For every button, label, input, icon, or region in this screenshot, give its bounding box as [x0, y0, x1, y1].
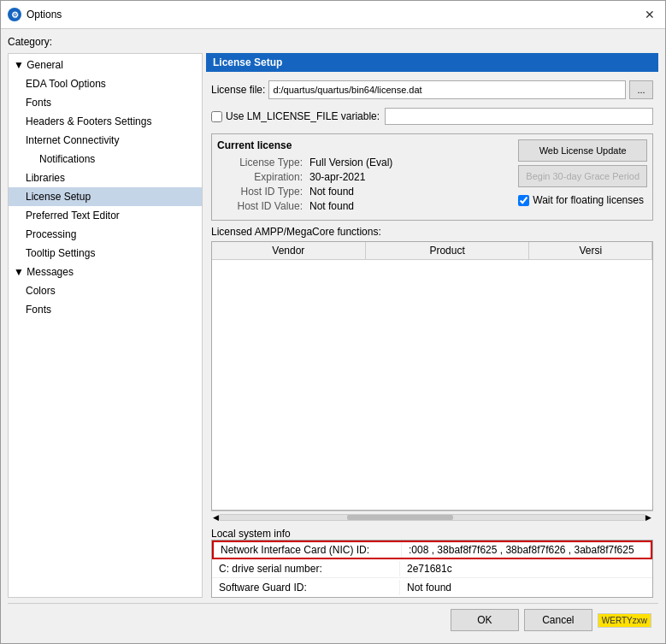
wait-row: Wait for floating licenses — [518, 194, 647, 206]
title-bar: ⚙ Options ✕ — [1, 1, 665, 29]
host-id-value-label: Host ID Value: — [217, 200, 303, 212]
scrollbar-thumb[interactable] — [347, 515, 453, 520]
category-label: Category: — [8, 36, 658, 48]
software-guard-key: Software Guard ID: — [212, 580, 400, 595]
content-area: ▼ GeneralEDA Tool OptionsFontsHeaders & … — [8, 53, 658, 598]
sidebar-item-headers-footers[interactable]: Headers & Footers Settings — [9, 112, 202, 131]
ampp-section: Licensed AMPP/MegaCore functions: Vendor… — [211, 226, 653, 523]
ok-button[interactable]: OK — [451, 609, 519, 631]
sidebar-item-fonts-messages[interactable]: Fonts — [9, 300, 202, 319]
close-button[interactable]: ✕ — [641, 6, 658, 23]
wait-floating-label: Wait for floating licenses — [533, 194, 644, 206]
scroll-left-arrow[interactable]: ◀ — [213, 513, 219, 522]
drive-serial-row: C: drive serial number: 2e71681c — [212, 559, 652, 578]
grace-period-button[interactable]: Begin 30-day Grace Period — [518, 165, 647, 187]
horizontal-scrollbar[interactable]: ◀ ▶ — [211, 511, 653, 523]
host-id-type-label: Host ID Type: — [217, 186, 303, 198]
sidebar-item-license-setup[interactable]: License Setup — [9, 187, 202, 206]
current-license-inner: Current license License Type: Full Versi… — [217, 139, 647, 215]
col-version: Versi — [529, 242, 652, 260]
sidebar-item-messages[interactable]: ▼ Messages — [9, 263, 202, 281]
col-vendor: Vendor — [212, 242, 365, 260]
col-product: Product — [365, 242, 529, 260]
options-dialog: ⚙ Options ✕ Category: ▼ GeneralEDA Tool … — [0, 0, 666, 644]
license-details: Current license License Type: Full Versi… — [217, 139, 510, 215]
nic-value: :008 , 38baf8f7f625 , 38baf8f7f626 , 3ab… — [402, 542, 651, 558]
expiration-value: 30-apr-2021 — [309, 171, 365, 183]
lm-checkbox-label[interactable]: Use LM_LICENSE_FILE variable: — [211, 110, 380, 122]
lm-row: Use LM_LICENSE_FILE variable: — [206, 108, 658, 128]
wait-floating-checkbox[interactable] — [518, 195, 529, 206]
sidebar-item-internet-connectivity[interactable]: Internet Connectivity — [9, 131, 202, 150]
software-guard-value: Not found — [400, 580, 652, 595]
sidebar: ▼ GeneralEDA Tool OptionsFontsHeaders & … — [8, 53, 203, 598]
scroll-right-arrow[interactable]: ▶ — [645, 513, 651, 522]
sidebar-item-preferred-text-editor[interactable]: Preferred Text Editor — [9, 206, 202, 225]
expiration-row: Expiration: 30-apr-2021 — [217, 171, 510, 183]
sidebar-item-tooltip-settings[interactable]: Tooltip Settings — [9, 244, 202, 263]
sidebar-item-libraries[interactable]: Libraries — [9, 168, 202, 187]
right-buttons: Web License Update Begin 30-day Grace Pe… — [518, 139, 647, 215]
ampp-table-wrapper: Vendor Product Versi — [211, 241, 653, 511]
scrollbar-track[interactable] — [219, 514, 645, 521]
host-id-value-value: Not found — [309, 200, 354, 212]
panel-header: License Setup — [206, 53, 658, 72]
dialog-body: Category: ▼ GeneralEDA Tool OptionsFonts… — [1, 29, 665, 643]
panel-body: License file: ... Use LM_LICENSE_FILE va… — [206, 77, 658, 598]
sidebar-item-fonts-general[interactable]: Fonts — [9, 93, 202, 112]
ampp-label: Licensed AMPP/MegaCore functions: — [211, 226, 653, 238]
drive-serial-value: 2e71681c — [400, 561, 652, 576]
host-id-type-value: Not found — [309, 186, 354, 198]
current-license-section: Current license License Type: Full Versi… — [211, 133, 653, 221]
expiration-label: Expiration: — [217, 171, 303, 183]
lm-checkbox[interactable] — [211, 111, 222, 122]
current-license-title: Current license — [217, 139, 510, 151]
license-type-value: Full Version (Eval) — [309, 157, 392, 168]
local-system-info-grid: Network Interface Card (NIC) ID: :008 , … — [211, 540, 653, 598]
main-panel: License Setup License file: ... Use LM_L… — [206, 53, 658, 598]
cancel-button[interactable]: Cancel — [524, 609, 592, 631]
license-file-row: License file: ... — [206, 77, 658, 103]
license-type-label: License Type: — [217, 157, 303, 168]
host-id-value-row: Host ID Value: Not found — [217, 200, 510, 212]
sidebar-item-general[interactable]: ▼ General — [9, 56, 202, 74]
lm-input-field — [385, 108, 653, 125]
local-system-info-label: Local system info — [211, 528, 291, 540]
nic-key: Network Interface Card (NIC) ID: — [214, 542, 402, 558]
sidebar-item-eda-tool-options[interactable]: EDA Tool Options — [9, 74, 202, 93]
host-id-type-row: Host ID Type: Not found — [217, 186, 510, 198]
nic-row: Network Interface Card (NIC) ID: :008 , … — [212, 541, 652, 559]
sidebar-item-processing[interactable]: Processing — [9, 225, 202, 244]
dialog-footer: OK Cancel WERTYzxw — [8, 603, 658, 636]
license-file-label: License file: — [211, 84, 265, 96]
taskbar-hint: WERTYzxw — [598, 613, 651, 628]
license-file-input[interactable] — [268, 80, 626, 99]
software-guard-row: Software Guard ID: Not found — [212, 578, 652, 597]
drive-serial-key: C: drive serial number: — [212, 561, 400, 576]
dialog-icon: ⚙ — [8, 8, 21, 21]
sidebar-item-colors[interactable]: Colors — [9, 281, 202, 300]
local-system-info-section: Local system info Network Interface Card… — [211, 528, 653, 598]
sidebar-item-notifications[interactable]: Notifications — [9, 150, 202, 168]
web-license-update-button[interactable]: Web License Update — [518, 139, 647, 162]
ampp-table: Vendor Product Versi — [212, 242, 652, 260]
license-type-row: License Type: Full Version (Eval) — [217, 157, 510, 168]
browse-button[interactable]: ... — [629, 80, 653, 99]
dialog-title: Options — [27, 9, 636, 21]
